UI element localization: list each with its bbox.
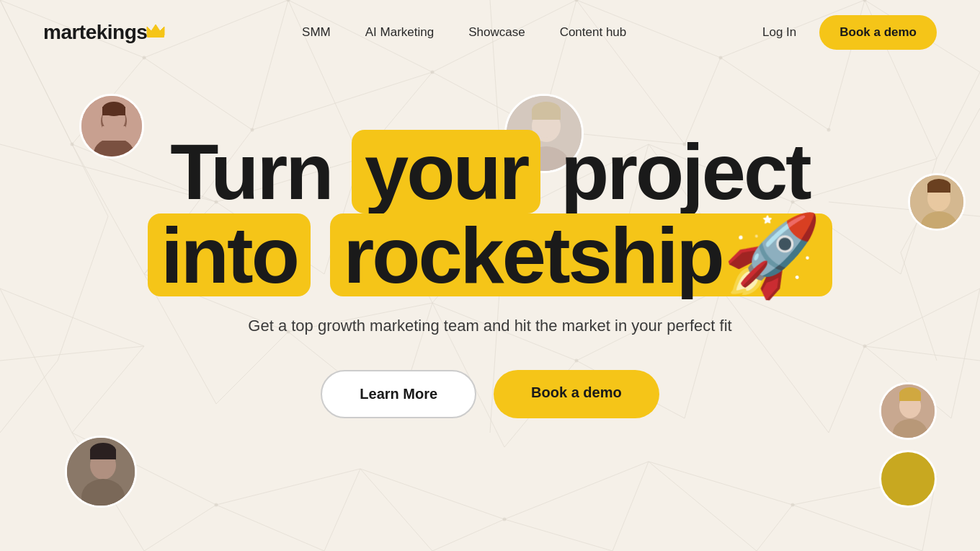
hero-subtitle: Get a top growth marketing team and hit … xyxy=(248,317,731,335)
hero-title-part1: Turn xyxy=(170,127,352,216)
avatar-person-4 xyxy=(65,436,137,508)
logo[interactable]: martekings xyxy=(43,21,166,44)
nav-showcase[interactable]: Showcase xyxy=(468,25,525,39)
nav-ai-marketing[interactable]: AI Marketing xyxy=(365,25,434,39)
svg-marker-24 xyxy=(649,462,793,551)
login-link[interactable]: Log In xyxy=(762,25,796,40)
hero-buttons: Learn More Book a demo xyxy=(321,370,659,418)
svg-marker-23 xyxy=(504,462,649,551)
hero-title-part2: project xyxy=(540,127,809,216)
logo-crown-icon xyxy=(146,22,166,43)
book-demo-hero-button[interactable]: Book a demo xyxy=(494,370,659,418)
navbar: martekings SMM AI Marketing Showcase Con… xyxy=(0,0,980,65)
svg-point-59 xyxy=(215,503,218,507)
svg-marker-21 xyxy=(216,469,360,551)
hero-highlight-your: your xyxy=(352,130,540,213)
svg-point-61 xyxy=(791,503,795,507)
svg-rect-94 xyxy=(147,35,164,38)
nav-links: SMM AI Marketing Showcase Content hub xyxy=(302,25,626,40)
hero-title-a xyxy=(311,211,331,299)
nav-smm[interactable]: SMM xyxy=(302,25,331,39)
logo-marte: marte xyxy=(43,21,97,44)
svg-point-60 xyxy=(503,518,507,521)
hero-title: Turn your project into rocketship🚀 xyxy=(148,130,832,296)
svg-rect-87 xyxy=(90,449,116,459)
hero-highlight-into: into xyxy=(148,213,311,297)
nav-right: Log In Book a demo xyxy=(762,15,937,50)
hero-section: Turn your project into rocketship🚀 Get a… xyxy=(0,65,980,418)
logo-kings: kings xyxy=(97,21,148,44)
svg-marker-22 xyxy=(360,469,504,551)
hero-rocket-emoji: 🚀 xyxy=(723,211,819,299)
nav-content-hub[interactable]: Content hub xyxy=(560,25,627,39)
book-demo-nav-button[interactable]: Book a demo xyxy=(819,15,937,50)
avatar-gold-circle xyxy=(879,450,937,508)
hero-highlight-rocketship: rocketship🚀 xyxy=(330,213,832,297)
learn-more-button[interactable]: Learn More xyxy=(321,370,476,418)
